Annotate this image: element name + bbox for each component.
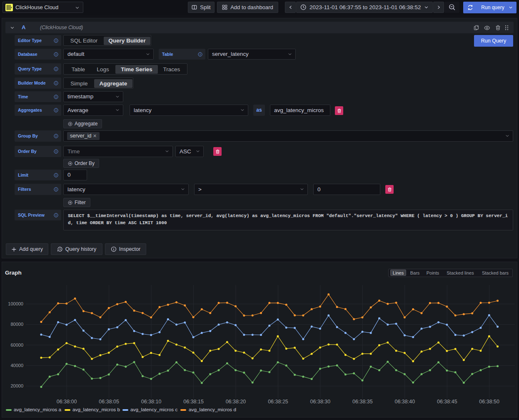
svg-text:06:38:25: 06:38:25 <box>268 399 288 405</box>
svg-text:06:38:35: 06:38:35 <box>352 399 373 405</box>
svg-text:06:38:40: 06:38:40 <box>394 399 415 405</box>
svg-text:06:38:50: 06:38:50 <box>479 399 499 405</box>
svg-text:06:38:15: 06:38:15 <box>183 399 204 405</box>
svg-text:100000: 100000 <box>8 301 23 306</box>
svg-text:06:38:20: 06:38:20 <box>226 399 246 405</box>
svg-text:06:38:05: 06:38:05 <box>99 399 119 405</box>
svg-text:06:38:30: 06:38:30 <box>310 399 331 405</box>
svg-text:06:38:45: 06:38:45 <box>437 399 457 405</box>
svg-text:60000: 60000 <box>10 342 23 348</box>
svg-text:06:38:00: 06:38:00 <box>57 399 77 405</box>
svg-text:80000: 80000 <box>10 322 23 327</box>
svg-text:06:38:10: 06:38:10 <box>141 399 162 405</box>
svg-text:40000: 40000 <box>10 363 23 368</box>
svg-text:20000: 20000 <box>10 383 23 388</box>
